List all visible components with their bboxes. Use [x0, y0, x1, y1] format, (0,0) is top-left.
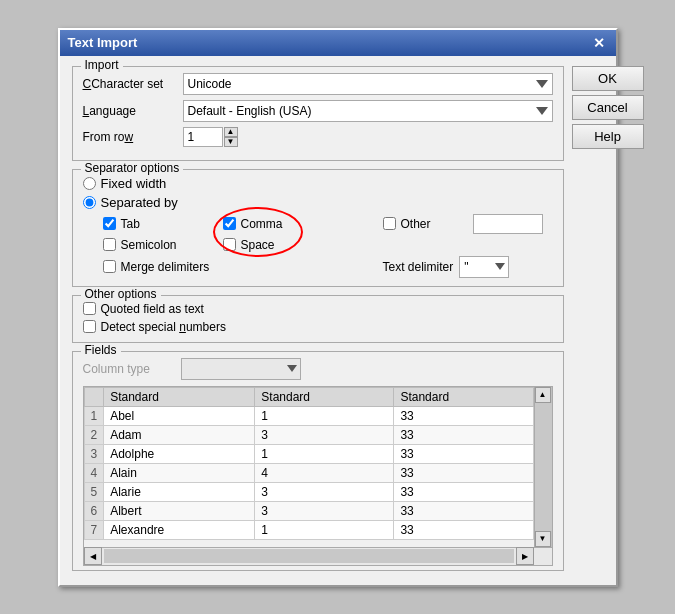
side-buttons: OK Cancel Help: [572, 66, 644, 575]
other-label[interactable]: Other: [401, 217, 431, 231]
comma-checkbox-row: Comma: [223, 217, 383, 231]
scroll-left-arrow[interactable]: ◀: [84, 547, 102, 565]
character-set-label: CCharacter set: [83, 77, 183, 91]
text-import-dialog: Text Import ✕ Import CCharacter set Unic…: [58, 28, 618, 587]
table-cell-index: 4: [84, 463, 104, 482]
close-button[interactable]: ✕: [590, 34, 608, 52]
table-cell: Adam: [104, 425, 255, 444]
from-row-label: From row: [83, 130, 183, 144]
title-bar: Text Import ✕: [60, 30, 616, 56]
table-header-row: Standard Standard Standard: [84, 387, 533, 406]
table-cell-index: 6: [84, 501, 104, 520]
spinner-buttons: ▲ ▼: [224, 127, 238, 147]
from-row-row: From row ▲ ▼: [83, 127, 553, 147]
comma-label[interactable]: Comma: [241, 217, 283, 231]
table-cell: 33: [394, 463, 533, 482]
other-options-label: Other options: [81, 287, 161, 301]
comma-checkbox[interactable]: [223, 217, 236, 230]
text-delimiter-select[interactable]: ": [459, 256, 509, 278]
scroll-right-arrow[interactable]: ▶: [516, 547, 534, 565]
merge-delimiters-checkbox-row: Merge delimiters: [103, 260, 223, 274]
help-button[interactable]: Help: [572, 124, 644, 149]
table-cell-index: 5: [84, 482, 104, 501]
fixed-width-radio[interactable]: [83, 177, 96, 190]
table-cell: 33: [394, 520, 533, 539]
from-row-spinner: ▲ ▼: [183, 127, 238, 147]
table-cell: Abel: [104, 406, 255, 425]
horizontal-scrollbar[interactable]: ◀ ▶: [84, 547, 552, 565]
from-row-input[interactable]: [183, 127, 223, 147]
vertical-scrollbar[interactable]: ▲ ▼: [534, 387, 552, 547]
column-type-select[interactable]: [181, 358, 301, 380]
detect-special-row: Detect special numbers: [83, 320, 553, 334]
table-row: 1Abel133: [84, 406, 533, 425]
scroll-horiz-thumb[interactable]: [104, 549, 514, 563]
semicolon-checkbox[interactable]: [103, 238, 116, 251]
quoted-field-checkbox[interactable]: [83, 302, 96, 315]
table-cell: 33: [394, 482, 533, 501]
text-delimiter-label: Text delimiter: [383, 260, 454, 274]
merge-delimiters-label[interactable]: Merge delimiters: [121, 260, 210, 274]
spinner-down-button[interactable]: ▼: [224, 137, 238, 147]
dialog-title: Text Import: [68, 35, 138, 50]
text-delimiter-row: Text delimiter ": [383, 256, 553, 278]
fields-group-label: Fields: [81, 343, 121, 357]
tab-checkbox-row: Tab: [103, 217, 223, 231]
space-checkbox-row: Space: [223, 238, 383, 252]
detect-special-label[interactable]: Detect special numbers: [101, 320, 226, 334]
table-row: 3Adolphe133: [84, 444, 533, 463]
language-select[interactable]: Default - English (USA): [183, 100, 553, 122]
separator-group-label: Separator options: [81, 161, 184, 175]
table-scroll-area: Standard Standard Standard 1Abel1332Adam…: [84, 387, 534, 547]
quoted-field-label[interactable]: Quoted field as text: [101, 302, 204, 316]
space-checkbox[interactable]: [223, 238, 236, 251]
header-col3: Standard: [394, 387, 533, 406]
column-type-row: Column type: [83, 358, 553, 380]
table-cell: Alarie: [104, 482, 255, 501]
table-cell-index: 7: [84, 520, 104, 539]
detect-special-checkbox[interactable]: [83, 320, 96, 333]
ok-button[interactable]: OK: [572, 66, 644, 91]
header-col1: Standard: [104, 387, 255, 406]
table-cell: 4: [255, 463, 394, 482]
spinner-up-button[interactable]: ▲: [224, 127, 238, 137]
table-cell: 33: [394, 406, 533, 425]
table-cell-index: 3: [84, 444, 104, 463]
table-cell: Alain: [104, 463, 255, 482]
space-label[interactable]: Space: [241, 238, 275, 252]
table-cell: 33: [394, 501, 533, 520]
cancel-button[interactable]: Cancel: [572, 95, 644, 120]
tab-label[interactable]: Tab: [121, 217, 140, 231]
separated-by-label[interactable]: Separated by: [101, 195, 178, 210]
separator-options-group: Separator options Fixed width Separated …: [72, 169, 564, 287]
scroll-up-arrow[interactable]: ▲: [535, 387, 551, 403]
column-type-label: Column type: [83, 362, 173, 376]
character-set-row: CCharacter set Unicode: [83, 73, 553, 95]
data-table-wrap: Standard Standard Standard 1Abel1332Adam…: [83, 386, 553, 566]
character-set-select[interactable]: Unicode: [183, 73, 553, 95]
main-content: Import CCharacter set Unicode Language D…: [72, 66, 564, 575]
semicolon-label[interactable]: Semicolon: [121, 238, 177, 252]
table-cell: 3: [255, 482, 394, 501]
other-checkbox-row: Other: [383, 217, 473, 231]
table-cell: Alexandre: [104, 520, 255, 539]
other-checkbox[interactable]: [383, 217, 396, 230]
language-row: Language Default - English (USA): [83, 100, 553, 122]
table-row: 7Alexandre133: [84, 520, 533, 539]
fixed-width-label[interactable]: Fixed width: [101, 176, 167, 191]
quoted-field-row: Quoted field as text: [83, 302, 553, 316]
separated-by-radio[interactable]: [83, 196, 96, 209]
other-input[interactable]: [473, 214, 543, 234]
table-cell: 1: [255, 520, 394, 539]
scroll-down-arrow[interactable]: ▼: [535, 531, 551, 547]
tab-checkbox[interactable]: [103, 217, 116, 230]
table-cell: Adolphe: [104, 444, 255, 463]
merge-delimiters-checkbox[interactable]: [103, 260, 116, 273]
table-cell-index: 1: [84, 406, 104, 425]
header-col2: Standard: [255, 387, 394, 406]
table-cell: 1: [255, 406, 394, 425]
table-cell: 33: [394, 425, 533, 444]
table-row: 4Alain433: [84, 463, 533, 482]
table-row: 5Alarie333: [84, 482, 533, 501]
table-cell: 3: [255, 501, 394, 520]
